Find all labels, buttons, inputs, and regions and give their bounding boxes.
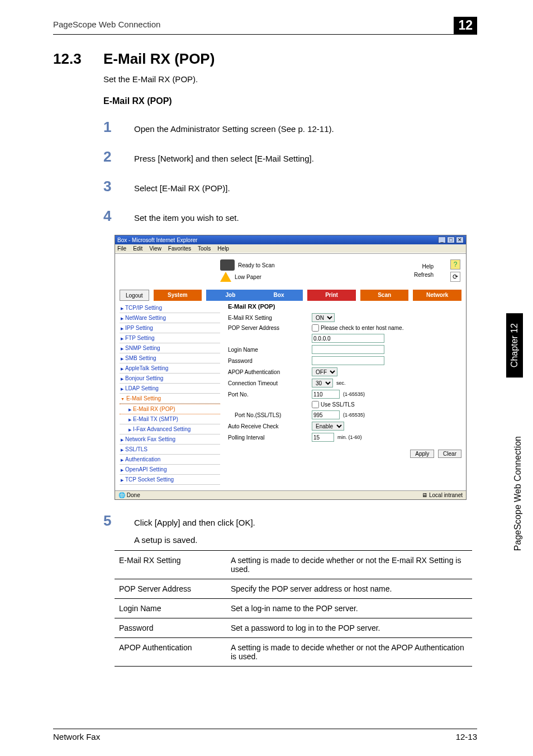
def-val: A setting is made to decide whether or n… [226,638,472,667]
step-text: Select [E-Mail RX (POP)]. [134,183,230,193]
def-val: Specify the POP server address or host n… [226,579,472,599]
form-panel: E-Mail RX (POP) E-Mail RX Setting ON POP… [220,303,461,485]
side-chapter: Chapter 12 [506,313,523,377]
menu-view[interactable]: View [149,245,161,252]
def-key: POP Server Address [115,579,226,599]
logout-button[interactable]: Logout [120,290,149,301]
def-key: APOP Authentication [115,638,226,667]
tab-row: Logout System Job Box Print Scan Network [120,290,461,301]
table-row: E-Mail RX SettingA setting is made to de… [115,551,472,579]
autorecv-select[interactable]: Enable [312,422,344,431]
minimize-button[interactable]: _ [438,237,446,243]
menu-tools[interactable]: Tools [198,245,211,252]
sidebar-item-appletalk[interactable]: AppleTalk Setting [120,363,220,374]
intro-text: Set the E-Mail RX (POP). [103,74,477,84]
step-number: 3 [103,178,134,195]
sidebar-item-snmp[interactable]: SNMP Setting [120,343,220,353]
poll-input[interactable] [312,433,334,442]
page-footer: Network Fax 12-13 [53,729,477,741]
subheading: E-Mail RX (POP) [103,96,477,106]
sidebar-item-ssl[interactable]: SSL/TLS [120,445,220,455]
usessl-checkbox[interactable] [312,401,319,408]
step-5-sub: A setup is saved. [134,535,477,545]
refresh-label: Refresh [414,272,434,278]
refresh-icon[interactable]: ⟳ [450,272,460,282]
poll-unit: min. (1-60) [337,434,362,440]
def-key: Login Name [115,599,226,618]
autorecv-label: Auto Receive Check [228,423,312,429]
port-range: (1-65535) [343,391,365,397]
window-title: Box - Microsoft Internet Explorer [117,237,197,243]
maximize-button[interactable]: □ [447,237,455,243]
definitions-table: E-Mail RX SettingA setting is made to de… [115,550,472,667]
footer-right: 12-13 [456,732,477,741]
ready-label: Ready to Scan [238,262,275,268]
step-5: 5 Click [Apply] and then click [OK]. [103,512,477,530]
settings-sidebar: TCP/IP Setting NetWare Setting IPP Setti… [120,303,220,485]
sidebar-item-netfax[interactable]: Network Fax Setting [120,434,220,445]
menu-edit[interactable]: Edit [133,245,142,252]
step-number: 5 [103,512,134,530]
section-number: 12.3 [53,50,103,68]
help-icon[interactable]: ? [450,259,460,270]
password-input[interactable] [312,356,384,365]
popaddr-label: POP Server Address [228,325,312,331]
sidebar-item-smb[interactable]: SMB Setting [120,353,220,363]
tab-print[interactable]: Print [307,290,356,301]
help-label: Help [422,263,434,270]
sidebar-item-tcpsock[interactable]: TCP Socket Setting [120,475,220,485]
sidebar-item-netware[interactable]: NetWare Setting [120,313,220,323]
sidebar-item-ldap[interactable]: LDAP Setting [120,384,220,394]
tab-network[interactable]: Network [413,290,461,301]
sidebar-item-bonjour[interactable]: Bonjour Setting [120,374,220,384]
popaddr-input[interactable] [312,334,384,343]
sidebar-item-auth[interactable]: Authentication [120,455,220,465]
sidebar-item-email[interactable]: E-Mail Setting [120,394,220,404]
def-key: E-Mail RX Setting [115,551,226,579]
apop-label: APOP Authentication [228,369,312,375]
running-header: PageScope Web Connection [53,20,160,29]
sidebar-item-openapi[interactable]: OpenAPI Setting [120,465,220,475]
apply-button[interactable]: Apply [410,450,434,458]
portssl-label: Port No.(SSL/TLS) [228,412,312,418]
menu-favorites[interactable]: Favorites [168,245,191,252]
sidebar-item-ifax[interactable]: I-Fax Advanced Setting [120,424,220,434]
warning-icon [220,272,231,282]
sidebar-item-ftp[interactable]: FTP Setting [120,333,220,343]
menu-help[interactable]: Help [217,245,229,252]
hostname-checkbox[interactable] [312,324,319,332]
table-row: POP Server AddressSpecify the POP server… [115,579,472,599]
port-input[interactable] [312,390,340,399]
hostname-note: Please check to enter host name. [321,325,403,331]
footer-left: Network Fax [53,732,100,741]
tab-job[interactable]: Job [206,290,255,301]
status-zone: Local intranet [422,492,463,498]
def-key: Password [115,618,226,638]
login-input[interactable] [312,345,384,354]
def-val: A setting is made to decide whether or n… [226,551,472,579]
browser-statusbar: 🌐 Done Local intranet [115,490,466,499]
sidebar-item-emailtx[interactable]: E-Mail TX (SMTP) [120,414,220,424]
side-title: PageScope Web Connection [513,436,523,551]
table-row: APOP AuthenticationA setting is made to … [115,638,472,667]
step-2: 2 Press [Network] and then select [E-Mai… [103,148,477,166]
sidebar-item-emailrx[interactable]: E-Mail RX (POP) [120,404,220,414]
clear-button[interactable]: Clear [438,450,461,458]
menu-file[interactable]: File [117,245,126,252]
port-label: Port No. [228,391,312,398]
close-button[interactable]: ✕ [456,237,464,243]
conn-select[interactable]: 30 [312,379,333,388]
emailrx-select[interactable]: ON [312,313,335,322]
status-row: Ready to Scan Low Paper Help Refresh ? ⟳ [120,257,461,287]
poll-label: Polling Interval [228,434,312,441]
portssl-range: (1-65535) [343,412,365,418]
apop-select[interactable]: OFF [312,367,337,376]
tab-scan[interactable]: Scan [360,290,409,301]
sidebar-item-ipp[interactable]: IPP Setting [120,323,220,333]
sidebar-item-tcpip[interactable]: TCP/IP Setting [120,303,220,313]
portssl-input[interactable] [312,410,340,419]
step-1: 1 Open the Administrator Setting screen … [103,119,477,136]
step-number: 2 [103,148,134,166]
tab-system[interactable]: System [154,290,202,301]
tab-box[interactable]: Box [255,290,303,301]
